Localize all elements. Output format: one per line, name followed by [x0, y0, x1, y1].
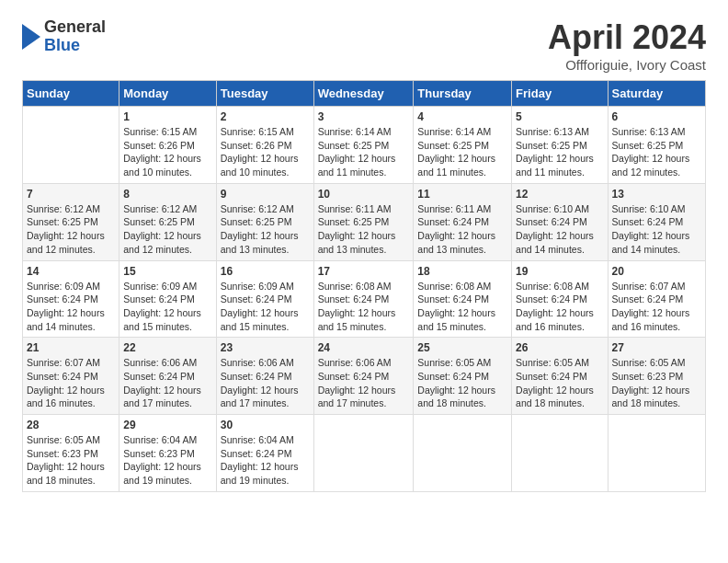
day-number: 22	[123, 341, 212, 354]
day-number: 7	[27, 188, 115, 201]
day-number: 6	[612, 110, 701, 123]
cell-line: Daylight: 12 hours	[516, 384, 603, 397]
cell-line: Sunset: 6:24 PM	[221, 447, 310, 461]
cell-line: Sunset: 6:25 PM	[27, 215, 115, 229]
calendar-cell: 27Sunrise: 6:05 AMSunset: 6:23 PMDayligh…	[608, 338, 705, 415]
header-cell-sunday: Sunday	[23, 81, 119, 107]
cell-line: Sunrise: 6:06 AM	[318, 356, 410, 370]
calendar-cell: 3Sunrise: 6:14 AMSunset: 6:25 PMDaylight…	[313, 107, 414, 184]
cell-line: and 12 minutes.	[123, 243, 212, 257]
cell-line: Sunrise: 6:12 AM	[123, 202, 212, 216]
cell-line: Daylight: 12 hours	[417, 384, 507, 397]
cell-content: Sunrise: 6:08 AMSunset: 6:24 PMDaylight:…	[318, 280, 410, 334]
cell-line: Sunset: 6:25 PM	[417, 139, 507, 153]
cell-line: Sunset: 6:24 PM	[612, 215, 701, 229]
day-number: 16	[221, 265, 310, 278]
day-number: 8	[123, 188, 212, 201]
cell-line: and 15 minutes.	[318, 320, 410, 334]
cell-content: Sunrise: 6:07 AMSunset: 6:24 PMDaylight:…	[27, 356, 115, 410]
cell-content: Sunrise: 6:05 AMSunset: 6:23 PMDaylight:…	[612, 356, 701, 410]
calendar-header: SundayMondayTuesdayWednesdayThursdayFrid…	[23, 81, 706, 107]
svg-marker-0	[22, 24, 40, 50]
cell-line: Daylight: 12 hours	[318, 306, 410, 320]
calendar-cell	[313, 415, 414, 492]
cell-line: and 11 minutes.	[417, 166, 507, 179]
calendar-week-4: 21Sunrise: 6:07 AMSunset: 6:24 PMDayligh…	[23, 338, 706, 415]
cell-content: Sunrise: 6:04 AMSunset: 6:24 PMDaylight:…	[221, 433, 310, 488]
cell-line: Sunset: 6:26 PM	[123, 139, 212, 153]
cell-line: Sunset: 6:26 PM	[221, 139, 310, 153]
cell-line: Sunset: 6:25 PM	[612, 139, 701, 153]
cell-line: Daylight: 12 hours	[123, 460, 212, 474]
calendar-week-5: 28Sunrise: 6:05 AMSunset: 6:23 PMDayligh…	[23, 415, 706, 492]
day-number: 27	[612, 341, 701, 354]
cell-line: and 17 minutes.	[123, 396, 212, 410]
cell-content: Sunrise: 6:08 AMSunset: 6:24 PMDaylight:…	[417, 280, 507, 334]
cell-content: Sunrise: 6:12 AMSunset: 6:25 PMDaylight:…	[123, 202, 212, 257]
calendar-cell: 22Sunrise: 6:06 AMSunset: 6:24 PMDayligh…	[119, 338, 217, 415]
cell-content: Sunrise: 6:06 AMSunset: 6:24 PMDaylight:…	[123, 356, 212, 410]
cell-line: Daylight: 12 hours	[221, 460, 310, 474]
cell-line: Sunrise: 6:09 AM	[221, 280, 310, 293]
calendar-cell: 29Sunrise: 6:04 AMSunset: 6:23 PMDayligh…	[119, 415, 217, 492]
cell-line: Daylight: 12 hours	[221, 306, 310, 320]
cell-line: and 11 minutes.	[516, 166, 603, 179]
cell-line: Daylight: 12 hours	[221, 152, 310, 166]
cell-line: Daylight: 12 hours	[27, 460, 115, 474]
calendar-cell: 4Sunrise: 6:14 AMSunset: 6:25 PMDaylight…	[414, 107, 512, 184]
cell-line: and 10 minutes.	[221, 166, 310, 179]
day-number: 20	[612, 265, 701, 278]
cell-line: Sunrise: 6:09 AM	[123, 280, 212, 293]
cell-line: and 17 minutes.	[318, 396, 410, 410]
calendar-cell: 2Sunrise: 6:15 AMSunset: 6:26 PMDaylight…	[216, 107, 313, 184]
cell-line: and 15 minutes.	[417, 320, 507, 334]
cell-line: Sunset: 6:24 PM	[516, 370, 603, 384]
day-number: 30	[221, 419, 310, 431]
cell-line: Daylight: 12 hours	[612, 384, 701, 397]
calendar-cell: 14Sunrise: 6:09 AMSunset: 6:24 PMDayligh…	[23, 260, 119, 338]
cell-content: Sunrise: 6:09 AMSunset: 6:24 PMDaylight:…	[221, 280, 310, 334]
day-number: 11	[417, 188, 507, 201]
cell-line: Sunrise: 6:08 AM	[516, 280, 603, 293]
calendar-cell: 28Sunrise: 6:05 AMSunset: 6:23 PMDayligh…	[23, 415, 119, 492]
cell-line: Sunrise: 6:04 AM	[221, 433, 310, 447]
cell-line: and 14 minutes.	[612, 243, 701, 257]
header-row: SundayMondayTuesdayWednesdayThursdayFrid…	[23, 81, 706, 107]
header-cell-friday: Friday	[512, 81, 608, 107]
cell-line: Sunrise: 6:11 AM	[318, 202, 410, 216]
cell-line: Sunrise: 6:05 AM	[612, 356, 701, 370]
cell-line: Sunrise: 6:06 AM	[221, 356, 310, 370]
cell-line: Sunrise: 6:04 AM	[123, 433, 212, 447]
cell-line: and 18 minutes.	[516, 396, 603, 410]
calendar-cell: 13Sunrise: 6:10 AMSunset: 6:24 PMDayligh…	[608, 183, 705, 260]
cell-line: Daylight: 12 hours	[27, 306, 115, 320]
calendar-cell	[414, 415, 512, 492]
cell-line: Sunrise: 6:05 AM	[27, 433, 115, 447]
logo-general: General	[44, 18, 106, 37]
cell-line: Daylight: 12 hours	[612, 229, 701, 243]
calendar-cell	[23, 107, 119, 184]
day-number: 25	[417, 341, 507, 354]
calendar-cell: 7Sunrise: 6:12 AMSunset: 6:25 PMDaylight…	[23, 183, 119, 260]
cell-line: Sunrise: 6:14 AM	[417, 125, 507, 139]
cell-content: Sunrise: 6:15 AMSunset: 6:26 PMDaylight:…	[123, 125, 212, 179]
calendar-cell: 5Sunrise: 6:13 AMSunset: 6:25 PMDaylight…	[512, 107, 608, 184]
cell-line: and 16 minutes.	[516, 320, 603, 334]
cell-line: Sunset: 6:25 PM	[123, 215, 212, 229]
cell-line: Sunrise: 6:08 AM	[417, 280, 507, 293]
calendar-cell: 20Sunrise: 6:07 AMSunset: 6:24 PMDayligh…	[608, 260, 705, 338]
day-number: 10	[318, 188, 410, 201]
calendar-cell: 9Sunrise: 6:12 AMSunset: 6:25 PMDaylight…	[216, 183, 313, 260]
cell-line: Sunrise: 6:09 AM	[27, 280, 115, 293]
calendar-table: SundayMondayTuesdayWednesdayThursdayFrid…	[22, 80, 706, 492]
cell-line: Daylight: 12 hours	[612, 152, 701, 166]
cell-content: Sunrise: 6:09 AMSunset: 6:24 PMDaylight:…	[123, 280, 212, 334]
calendar-week-2: 7Sunrise: 6:12 AMSunset: 6:25 PMDaylight…	[23, 183, 706, 260]
day-number: 26	[516, 341, 603, 354]
logo-icon	[22, 24, 40, 50]
calendar-week-3: 14Sunrise: 6:09 AMSunset: 6:24 PMDayligh…	[23, 260, 706, 338]
header-cell-wednesday: Wednesday	[313, 81, 414, 107]
cell-line: Daylight: 12 hours	[417, 229, 507, 243]
page-header: General Blue April 2024 Offforiguie, Ivo…	[22, 18, 706, 73]
cell-content: Sunrise: 6:14 AMSunset: 6:25 PMDaylight:…	[318, 125, 410, 179]
